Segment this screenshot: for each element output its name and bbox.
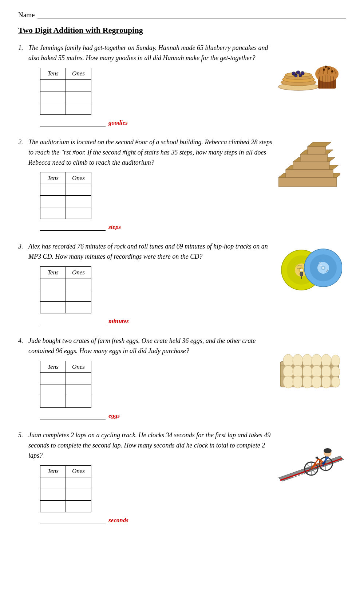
table-row — [40, 477, 91, 489]
table-row — [40, 489, 91, 500]
answer-label-3: minutes — [108, 318, 129, 325]
svg-point-50 — [322, 267, 324, 269]
tens-header: Tens — [40, 267, 66, 278]
problem-1-answer: goodies — [40, 119, 128, 126]
problem-1-text: 1. The Jennings family had get-together … — [18, 43, 273, 63]
problem-5-image — [273, 434, 346, 481]
problem-5-answer: seconds — [40, 517, 128, 524]
table-row — [40, 500, 91, 512]
table-row — [40, 184, 91, 196]
svg-point-19 — [331, 70, 333, 73]
problem-1-image — [273, 47, 346, 94]
svg-rect-27 — [278, 177, 337, 187]
table-cell — [66, 477, 91, 489]
problem-4-image — [273, 340, 346, 391]
table-row — [40, 278, 91, 290]
name-line: Name — [18, 11, 346, 19]
problem-4-row: 4. Jude bought two crates of farm fresh … — [18, 336, 346, 419]
svg-rect-45 — [300, 272, 303, 276]
problem-5-number: 5. — [18, 430, 23, 441]
problem-3-text: 3. Alex has recorded 76 minutes of rock … — [18, 242, 273, 262]
problem-5-text: 5. Juan completes 2 laps on a cycling tr… — [18, 430, 273, 461]
problem-2-left: 2. The auditorium is located on the seco… — [18, 137, 273, 231]
eggs-icon — [277, 340, 342, 391]
problem-3-answer: minutes — [40, 318, 129, 325]
problem-4-answer: eggs — [40, 412, 120, 419]
svg-point-60 — [331, 355, 340, 367]
table-row — [40, 290, 91, 302]
svg-text:Hop: Hop — [319, 264, 322, 266]
table-cell — [66, 500, 91, 512]
svg-point-72 — [331, 376, 340, 387]
table-row — [40, 302, 91, 313]
answer-line — [40, 412, 106, 419]
table-cell — [66, 489, 91, 500]
svg-point-71 — [321, 376, 331, 388]
table-cell — [66, 91, 91, 103]
table-cell — [40, 184, 66, 196]
problem-3-left: 3. Alex has recorded 76 minutes of rock … — [18, 242, 273, 325]
pancakes-muffin-icon — [275, 47, 344, 94]
table-row — [40, 91, 91, 103]
problem-4-table: Tens Ones — [40, 361, 91, 408]
tens-header: Tens — [40, 68, 66, 79]
problem-2-image — [273, 141, 346, 188]
svg-marker-36 — [308, 142, 331, 146]
ones-header: Ones — [66, 267, 91, 278]
table-row — [40, 207, 91, 219]
table-cell — [40, 91, 66, 103]
answer-line — [40, 318, 106, 325]
table-cell — [40, 207, 66, 219]
table-row — [40, 373, 91, 384]
problem-3-image: Rock & Roll Hip Hop ♪ — [273, 245, 346, 293]
svg-text:Rock: Rock — [297, 265, 302, 267]
table-cell — [40, 500, 66, 512]
problem-3-table-area: Tens Ones — [40, 266, 273, 325]
problem-2-table-area: Tens Ones — [40, 172, 273, 231]
name-label: Name — [18, 11, 35, 19]
answer-line — [40, 119, 106, 126]
problem-2: 2. The auditorium is located on the seco… — [18, 137, 346, 231]
svg-rect-29 — [286, 169, 333, 177]
name-underline — [37, 12, 346, 19]
ones-header: Ones — [66, 172, 91, 184]
problem-5-left: 5. Juan completes 2 laps on a cycling tr… — [18, 430, 273, 524]
table-cell — [40, 489, 66, 500]
svg-text:& Roll: & Roll — [297, 267, 301, 270]
problem-1: 1. The Jennings family had get-together … — [18, 43, 346, 126]
table-cell — [40, 302, 66, 313]
table-cell — [66, 302, 91, 313]
table-cell — [66, 196, 91, 207]
worksheet-title: Two Digit Addition with Regrouping — [18, 26, 346, 35]
svg-rect-33 — [300, 154, 328, 162]
svg-point-67 — [283, 376, 293, 388]
table-row — [40, 384, 91, 396]
problem-3-table: Tens Ones — [40, 266, 91, 313]
svg-point-17 — [323, 69, 325, 71]
problem-3-row: 3. Alex has recorded 76 minutes of rock … — [18, 242, 346, 325]
problem-5-table: Tens Ones — [40, 465, 91, 512]
table-cell — [40, 278, 66, 290]
answer-line — [40, 517, 106, 524]
cyclist-icon — [275, 434, 344, 481]
table-cell — [66, 396, 91, 408]
answer-label-1: goodies — [108, 119, 128, 126]
svg-point-20 — [325, 66, 327, 68]
problem-4-table-area: Tens Ones — [40, 361, 273, 419]
tens-header: Tens — [40, 465, 66, 477]
table-cell — [66, 290, 91, 302]
cds-icon: Rock & Roll Hip Hop ♪ — [277, 245, 342, 293]
svg-line-100 — [316, 457, 318, 458]
table-cell — [40, 373, 66, 384]
svg-point-6 — [296, 71, 300, 74]
problem-4-left: 4. Jude bought two crates of farm fresh … — [18, 336, 273, 419]
table-cell — [66, 79, 91, 91]
svg-point-69 — [302, 376, 312, 388]
problem-1-left: 1. The Jennings family had get-together … — [18, 43, 273, 126]
stairs-icon — [278, 141, 340, 188]
problem-2-row: 2. The auditorium is located on the seco… — [18, 137, 346, 231]
tens-header: Tens — [40, 172, 66, 184]
problem-5-table-area: Tens Ones — [40, 465, 273, 524]
svg-point-102 — [324, 448, 332, 453]
table-cell — [40, 477, 66, 489]
